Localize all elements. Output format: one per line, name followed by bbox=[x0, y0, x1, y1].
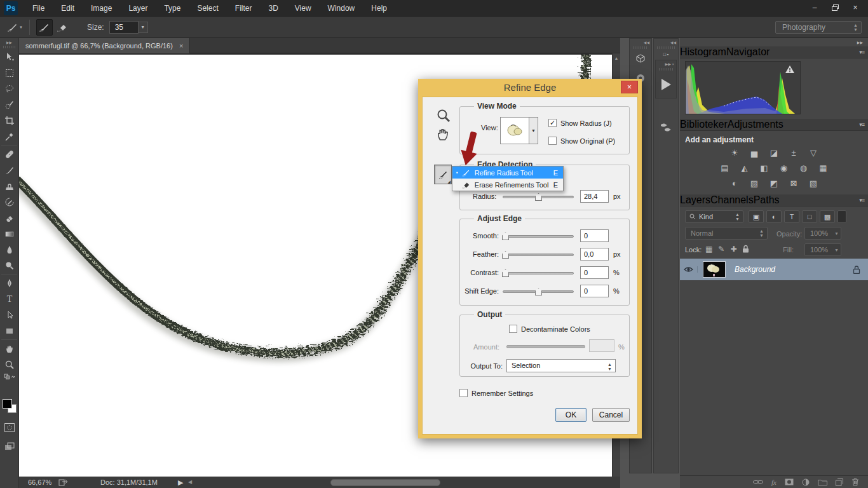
feather-value[interactable]: 0,0 bbox=[580, 248, 609, 261]
foreground-background-colors[interactable] bbox=[3, 398, 17, 413]
show-original-checkbox[interactable] bbox=[548, 137, 557, 145]
filter-type-layers-icon[interactable]: T bbox=[784, 210, 799, 223]
collapse-dock-icon[interactable]: ◀◀ bbox=[654, 39, 678, 46]
tab-navigator[interactable]: Navigator bbox=[726, 46, 770, 58]
threshold-icon[interactable]: ◩ bbox=[766, 177, 782, 189]
posterize-icon[interactable]: ▨ bbox=[747, 177, 762, 189]
clone-stamp-tool[interactable] bbox=[0, 178, 19, 194]
show-radius-checkbox[interactable]: ✓ bbox=[548, 119, 557, 127]
foreground-color-swatch[interactable] bbox=[3, 399, 12, 409]
remember-settings-checkbox[interactable] bbox=[459, 389, 468, 397]
panel-menu-icon[interactable]: ▾≡ bbox=[859, 49, 864, 55]
lock-transparent-pixels-icon[interactable]: ▦ bbox=[705, 245, 712, 254]
contrast-slider[interactable] bbox=[503, 272, 574, 274]
link-layers-icon[interactable] bbox=[753, 479, 763, 485]
radius-value[interactable]: 28,4 bbox=[580, 190, 609, 203]
histogram-warning-icon[interactable] bbox=[785, 65, 795, 74]
spot-healing-brush-tool[interactable] bbox=[0, 146, 19, 162]
selective-color-icon[interactable]: ▧ bbox=[806, 177, 821, 189]
feather-slider[interactable] bbox=[503, 254, 574, 256]
rectangular-marquee-tool[interactable] bbox=[0, 65, 19, 81]
quick-mask-button[interactable] bbox=[0, 419, 19, 435]
menu-item-erase-refinements-tool[interactable]: ▪ Erase Refinements Tool E bbox=[452, 179, 563, 191]
minimize-button[interactable]: – bbox=[806, 2, 824, 13]
view-thumbnail[interactable] bbox=[500, 117, 529, 144]
delete-layer-trash-icon[interactable] bbox=[851, 478, 859, 486]
layer-thumbnail[interactable] bbox=[703, 261, 726, 278]
black-white-icon[interactable]: ◧ bbox=[757, 162, 772, 173]
panel-collapse-close-icons[interactable]: ▶▶ × bbox=[656, 60, 676, 67]
lock-image-pixels-icon[interactable]: ✎ bbox=[718, 245, 724, 254]
tool-presets-panel-icon[interactable] bbox=[654, 114, 678, 139]
refine-radius-tool-button[interactable] bbox=[36, 19, 53, 36]
menu-filter[interactable]: Filter bbox=[227, 0, 261, 17]
vibrance-icon[interactable]: ▽ bbox=[806, 147, 821, 158]
filter-pixel-layers-icon[interactable]: ▣ bbox=[749, 210, 764, 223]
layer-style-fx-icon[interactable]: fx bbox=[771, 478, 776, 486]
layer-row-background[interactable]: Background bbox=[680, 259, 868, 280]
cancel-button[interactable]: Cancel bbox=[592, 408, 630, 422]
contrast-value[interactable]: 0 bbox=[580, 266, 609, 279]
crop-tool[interactable] bbox=[0, 112, 19, 128]
tab-paths[interactable]: Paths bbox=[754, 194, 780, 206]
collapse-panels-icon[interactable]: ▶▶ bbox=[680, 38, 868, 46]
status-flyout-arrow-icon[interactable]: ▶ bbox=[178, 478, 183, 487]
dialog-close-button[interactable]: × bbox=[621, 81, 638, 93]
curves-icon[interactable]: ◪ bbox=[766, 147, 782, 158]
brightness-contrast-icon[interactable]: ☀ bbox=[727, 147, 742, 158]
rectangle-shape-tool[interactable] bbox=[0, 323, 19, 339]
color-lookup-icon[interactable]: ▦ bbox=[816, 162, 831, 173]
eyedropper-tool[interactable] bbox=[0, 128, 19, 144]
tab-close-icon[interactable]: × bbox=[179, 42, 183, 50]
scroll-up-icon[interactable]: ▲ bbox=[613, 53, 620, 60]
quick-selection-tool[interactable] bbox=[0, 97, 19, 112]
actions-play-icon[interactable] bbox=[656, 71, 676, 98]
swap-colors-icon[interactable] bbox=[0, 372, 19, 381]
dialog-zoom-tool-icon[interactable] bbox=[437, 109, 451, 123]
brush-tool[interactable] bbox=[0, 162, 19, 178]
type-tool[interactable]: T bbox=[0, 291, 19, 307]
close-button[interactable]: × bbox=[846, 2, 864, 13]
screen-mode-button[interactable] bbox=[0, 438, 19, 454]
output-to-dropdown[interactable]: Selection ▲▼ bbox=[506, 359, 616, 372]
panel-menu-icon[interactable]: ▾≡ bbox=[859, 197, 864, 203]
tool-preset-picker[interactable]: ▾ bbox=[6, 19, 23, 36]
dialog-title[interactable]: Refine Edge bbox=[418, 79, 642, 97]
blur-tool[interactable] bbox=[0, 241, 19, 257]
erase-refinements-tool-button[interactable] bbox=[54, 19, 71, 36]
dodge-tool[interactable] bbox=[0, 257, 19, 273]
opacity-dropdown[interactable]: 100% ▼ bbox=[804, 227, 841, 240]
tab-histogram[interactable]: Histogram bbox=[680, 46, 726, 58]
pen-tool[interactable] bbox=[0, 275, 19, 291]
smooth-slider[interactable] bbox=[503, 235, 574, 238]
menu-item-refine-radius-tool[interactable]: ▪ Refine Radius Tool E bbox=[452, 166, 563, 179]
radius-slider[interactable] bbox=[503, 196, 574, 198]
filter-toggle-switch[interactable] bbox=[837, 210, 846, 223]
menu-3d[interactable]: 3D bbox=[260, 0, 286, 17]
eraser-tool[interactable] bbox=[0, 210, 19, 226]
new-adjustment-layer-icon[interactable] bbox=[802, 478, 810, 486]
new-group-folder-icon[interactable] bbox=[818, 478, 827, 485]
add-layer-mask-icon[interactable] bbox=[785, 478, 794, 485]
restore-button[interactable] bbox=[826, 2, 844, 13]
photo-filter-icon[interactable]: ◉ bbox=[776, 162, 792, 173]
panel-menu-icon[interactable]: ▾≡ bbox=[859, 121, 864, 128]
menu-layer[interactable]: Layer bbox=[120, 0, 156, 17]
layer-visibility-eye-icon[interactable] bbox=[680, 266, 698, 273]
filter-shape-layers-icon[interactable]: □ bbox=[802, 210, 817, 223]
dialog-hand-tool-icon[interactable] bbox=[435, 126, 451, 142]
decontaminate-colors-checkbox[interactable] bbox=[509, 325, 517, 333]
zoom-level[interactable]: 66,67% bbox=[28, 478, 51, 486]
path-selection-tool[interactable] bbox=[0, 307, 19, 323]
hand-tool[interactable] bbox=[0, 341, 19, 356]
ok-button[interactable]: OK bbox=[555, 408, 587, 422]
move-tool[interactable] bbox=[0, 49, 19, 65]
menu-view[interactable]: View bbox=[287, 0, 320, 17]
brush-size-dropdown[interactable]: 35 ▼ bbox=[109, 21, 139, 34]
collapse-chevrons-icon[interactable]: ▶▶ bbox=[0, 38, 18, 45]
collapse-dock-icon[interactable]: ◀◀ bbox=[630, 39, 651, 46]
menu-type[interactable]: Type bbox=[156, 0, 189, 17]
history-brush-tool[interactable] bbox=[0, 194, 19, 210]
hue-saturation-icon[interactable]: ▤ bbox=[717, 162, 733, 173]
channel-mixer-icon[interactable]: ◍ bbox=[796, 162, 811, 173]
